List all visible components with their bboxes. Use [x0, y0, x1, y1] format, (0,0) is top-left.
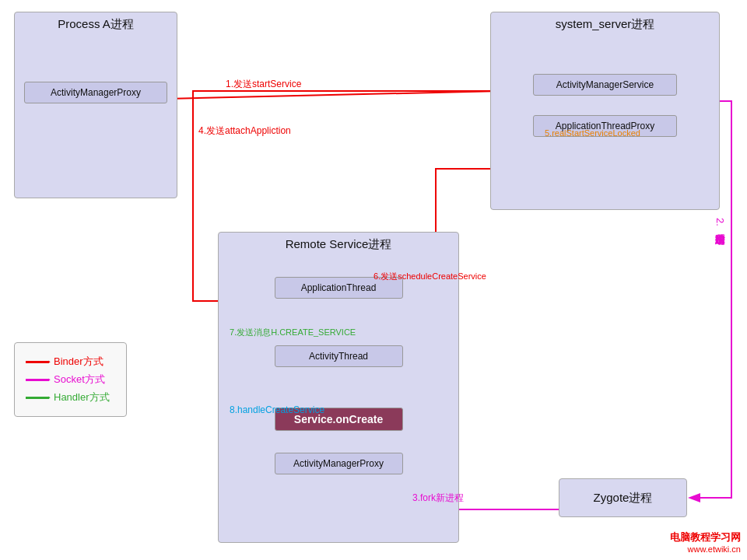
process-a-title: Process A进程 [15, 12, 177, 35]
label-4: 4.发送attachAppliction [198, 124, 291, 138]
label-8: 8.handleCreateService [230, 404, 324, 415]
label-7: 7.发送消息H.CREATE_SERVICE [230, 327, 356, 338]
watermark: 电脑教程学习网 www.etwiki.cn [670, 530, 741, 554]
system-server-title: system_server进程 [491, 12, 719, 35]
label-6: 6.发送scheduleCreateService [374, 271, 486, 282]
watermark-line2: www.etwiki.cn [670, 544, 741, 554]
process-a-box: Process A进程 ActivityManagerProxy [14, 12, 177, 198]
arrow-1 [167, 91, 501, 99]
label-3: 3.fork新进程 [412, 492, 464, 505]
zygote-title: Zygote进程 [594, 491, 653, 506]
watermark-line1: 电脑教程学习网 [670, 530, 741, 544]
legend-socket: → Socket方式 [26, 373, 115, 387]
legend-handler: → Handler方式 [26, 390, 115, 404]
diagram-container: Process A进程 ActivityManagerProxy system_… [0, 0, 747, 560]
label-5: 5.realStartServiceLocked [545, 128, 640, 138]
label-1: 1.发送startService [226, 78, 301, 91]
legend-box: → Binder方式 → Socket方式 → Handler方式 [14, 342, 127, 417]
activity-manager-proxy-2: ActivityManagerProxy [275, 453, 403, 474]
activity-manager-proxy-1: ActivityManagerProxy [24, 82, 167, 103]
legend-binder: → Binder方式 [26, 355, 115, 369]
zygote-box: Zygote进程 [559, 478, 687, 517]
remote-service-title: Remote Service进程 [219, 233, 458, 255]
activity-manager-service: ActivityManagerService [533, 74, 677, 96]
system-server-box: system_server进程 ActivityManagerService A… [490, 12, 720, 210]
activity-thread: ActivityThread [275, 345, 403, 367]
label-2: 2.发送创建进程的请求 [713, 218, 727, 226]
